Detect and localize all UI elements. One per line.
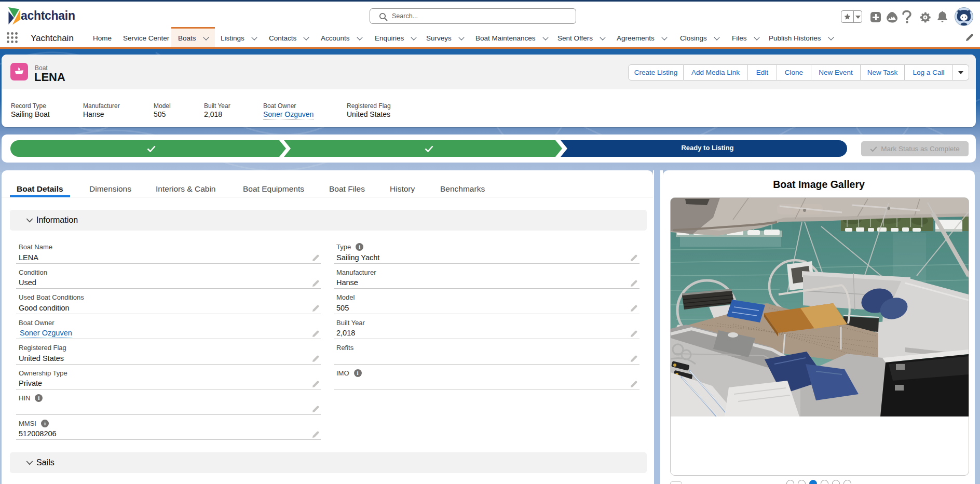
svg-text:achtchain: achtchain xyxy=(21,9,75,22)
